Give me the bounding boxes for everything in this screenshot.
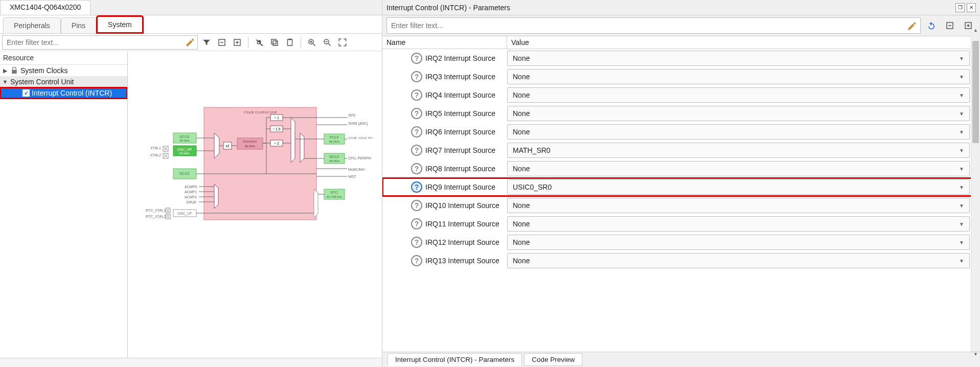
param-value: None	[513, 128, 530, 136]
restore-icon[interactable]: ❐	[955, 3, 965, 12]
param-value-select[interactable]: None ▼	[507, 198, 970, 213]
tree-header: Resource	[0, 51, 127, 65]
filter-icon[interactable]	[200, 36, 213, 49]
cut-icon[interactable]	[253, 36, 266, 49]
help-icon[interactable]: ?	[411, 71, 422, 82]
svg-text:32.768 kHz: 32.768 kHz	[326, 195, 341, 198]
vertical-scrollbar[interactable]: ▲ ▼	[971, 36, 980, 352]
svg-rect-6	[271, 39, 276, 44]
svg-text:RTC: RTC	[330, 191, 337, 194]
scroll-up-icon[interactable]: ▲	[971, 28, 980, 36]
help-icon[interactable]: ?	[411, 108, 422, 119]
tab-code-preview[interactable]: Code Preview	[524, 353, 582, 366]
help-icon[interactable]: ?	[411, 53, 422, 64]
svg-rect-8	[289, 38, 291, 40]
clear-filter-icon[interactable]	[907, 21, 917, 31]
checkbox-icon[interactable]: ✔	[22, 89, 30, 97]
param-value-select[interactable]: None ▼	[507, 87, 970, 103]
column-name[interactable]: Name	[382, 36, 507, 49]
svg-text:XTAL1: XTAL1	[150, 146, 161, 150]
expand-arrow-icon[interactable]: ▶	[2, 67, 8, 74]
column-value[interactable]: Value	[507, 36, 980, 49]
diagram-pane[interactable]: Clock Control Unit DCO1 48 MHz OSC_HP 20…	[128, 51, 382, 358]
chevron-down-icon: ▼	[959, 111, 964, 117]
help-icon[interactable]: ?	[411, 200, 422, 211]
param-name: IRQ4 Interrupt Source	[425, 91, 495, 99]
zoom-fit-icon[interactable]	[336, 36, 349, 49]
param-row: ? IRQ7 Interrupt Source MATH_SR0 ▼	[382, 141, 980, 159]
svg-text:SH50 (ADC): SH50 (ADC)	[348, 122, 368, 126]
param-name: IRQ6 Interrupt Source	[425, 128, 495, 136]
svg-text:OSC_LP: OSC_LP	[177, 212, 192, 216]
chevron-down-icon: ▼	[959, 240, 964, 245]
param-value: None	[513, 165, 530, 173]
close-icon[interactable]: ✕	[967, 3, 976, 12]
chevron-down-icon: ▼	[959, 56, 964, 61]
help-icon[interactable]: ?	[411, 163, 422, 174]
collapse-all-icon[interactable]	[942, 18, 958, 33]
param-row: ? IRQ4 Interrupt Source None ▼	[382, 86, 980, 104]
tab-parameters[interactable]: Interrupt Control (INTCR) - Parameters	[388, 353, 522, 366]
param-value-select[interactable]: None ▼	[507, 253, 970, 268]
help-icon[interactable]: ?	[411, 255, 422, 266]
paste-icon[interactable]	[283, 36, 297, 49]
svg-text:48 MHz: 48 MHz	[179, 139, 190, 142]
param-name: IRQ2 Interrupt Source	[425, 54, 495, 62]
param-name: IRQ11 Interrupt Source	[425, 220, 499, 228]
tab-pins[interactable]: Pins	[61, 17, 96, 34]
params-table-body: ? IRQ2 Interrupt Source None ▼ ? IRQ3 In…	[382, 49, 980, 352]
clock-diagram: Clock Control Unit DCO1 48 MHz OSC_HP 20…	[138, 102, 373, 276]
help-icon[interactable]: ?	[411, 89, 422, 101]
param-row: ? IRQ13 Interrupt Source None ▼	[382, 251, 980, 270]
param-name: IRQ12 Interrupt Source	[425, 238, 499, 246]
help-icon[interactable]: ?	[411, 145, 422, 156]
zoom-out-icon[interactable]	[321, 36, 334, 49]
param-row: ? IRQ11 Interrupt Source None ▼	[382, 215, 980, 233]
scroll-down-icon[interactable]: ▼	[971, 352, 980, 360]
chevron-down-icon: ▼	[959, 185, 964, 190]
param-value-select[interactable]: MATH_SR0 ▼	[507, 143, 970, 158]
param-value-select[interactable]: None ▼	[507, 106, 970, 121]
copy-icon[interactable]	[268, 36, 281, 49]
help-icon[interactable]: ?	[411, 237, 422, 248]
svg-text:÷ 1.5: ÷ 1.5	[272, 127, 281, 131]
editor-tab[interactable]: XMC1404-Q064x0200	[0, 0, 90, 15]
param-value-select[interactable]: None ▼	[507, 235, 970, 250]
tab-system[interactable]: System	[96, 15, 144, 34]
svg-marker-89	[214, 184, 218, 209]
tree-item-system-clocks[interactable]: ▶ System Clocks	[0, 65, 127, 76]
horizontal-scrollbar[interactable]	[0, 358, 382, 367]
svg-text:48 MHz: 48 MHz	[329, 159, 339, 163]
tree-item-system-control-unit[interactable]: ▼ System Control Unit	[0, 76, 127, 87]
param-value: MATH_SR0	[513, 146, 551, 154]
filter-input[interactable]	[7, 36, 182, 49]
expand-all-icon[interactable]	[231, 36, 244, 49]
help-icon[interactable]: ?	[411, 181, 422, 193]
param-filter-input[interactable]	[391, 18, 904, 33]
bottom-tabs: Interrupt Control (INTCR) - Parameters C…	[382, 352, 980, 367]
param-value-select[interactable]: None ▼	[507, 161, 970, 176]
tree-item-interrupt-control[interactable]: ✔ Interrupt Control (INTCR)	[0, 87, 127, 99]
tree-item-label: System Clocks	[20, 66, 68, 75]
param-value: None	[513, 238, 530, 246]
help-icon[interactable]: ?	[411, 126, 422, 137]
param-value-select[interactable]: None ▼	[507, 124, 970, 140]
param-value-select[interactable]: None ▼	[507, 69, 970, 84]
refresh-icon[interactable]	[924, 18, 939, 33]
clear-filter-icon[interactable]	[185, 37, 195, 48]
svg-line-10	[313, 43, 315, 46]
collapse-all-icon[interactable]	[215, 36, 229, 49]
svg-rect-7	[288, 39, 292, 45]
tab-peripherals[interactable]: Peripherals	[3, 17, 61, 34]
param-value-select[interactable]: None ▼	[507, 51, 970, 66]
svg-text:PCLK: PCLK	[329, 135, 339, 139]
collapse-arrow-icon[interactable]: ▼	[2, 79, 8, 85]
param-value-select[interactable]: None ▼	[507, 216, 970, 232]
param-row: ? IRQ9 Interrupt Source USIC0_SR0 ▼	[382, 178, 980, 196]
help-icon[interactable]: ?	[411, 218, 422, 230]
scroll-thumb[interactable]	[972, 41, 979, 143]
param-value-select[interactable]: USIC0_SR0 ▼	[507, 179, 970, 195]
param-name: IRQ5 Interrupt Source	[425, 109, 495, 118]
svg-text:ERU0: ERU0	[187, 200, 196, 204]
zoom-in-icon[interactable]	[305, 36, 318, 49]
